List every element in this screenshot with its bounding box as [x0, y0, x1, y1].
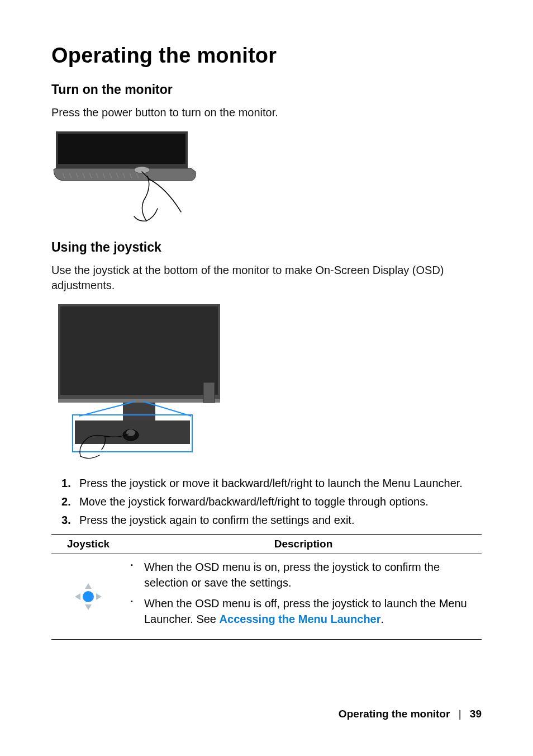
- section-turn-on-title: Turn on the monitor: [51, 82, 482, 97]
- list-item: When the OSD menu is on, press the joyst…: [142, 560, 478, 590]
- svg-marker-28: [85, 583, 92, 589]
- list-item: Move the joystick forward/backward/left/…: [61, 494, 482, 510]
- joystick-center-press-icon: [73, 604, 104, 614]
- svg-rect-21: [203, 382, 215, 403]
- footer-title: Operating the monitor: [339, 708, 450, 720]
- svg-rect-17: [60, 306, 218, 395]
- svg-marker-29: [85, 604, 92, 610]
- page-footer: Operating the monitor | 39: [339, 708, 482, 720]
- svg-point-15: [134, 167, 150, 173]
- list-item: Press the joystick again to confirm the …: [61, 512, 482, 528]
- figure-joystick-location: [51, 301, 482, 463]
- list-item: Press the joystick or move it backward/l…: [61, 475, 482, 492]
- list-item: When the OSD menu is off, press the joys…: [142, 596, 478, 627]
- table-header-joystick: Joystick: [51, 535, 125, 554]
- svg-point-27: [126, 429, 135, 436]
- svg-marker-31: [96, 593, 102, 600]
- svg-rect-18: [58, 399, 220, 403]
- section-joystick-title: Using the joystick: [51, 240, 482, 255]
- bullet2-post: .: [381, 613, 384, 625]
- svg-rect-1: [58, 134, 185, 164]
- svg-point-32: [83, 591, 94, 602]
- svg-marker-30: [75, 593, 80, 600]
- joystick-steps-list: Press the joystick or move it backward/l…: [61, 475, 482, 528]
- table-row: When the OSD menu is on, press the joyst…: [51, 554, 482, 640]
- footer-page-number: 39: [470, 708, 482, 720]
- table-header-description: Description: [125, 535, 482, 554]
- section-joystick-body: Use the joystick at the bottom of the mo…: [51, 263, 482, 293]
- figure-power-button: [51, 128, 482, 228]
- section-turn-on-body: Press the power button to turn on the mo…: [51, 105, 482, 120]
- joystick-description-table: Joystick Description: [51, 534, 482, 640]
- page-title: Operating the monitor: [51, 44, 482, 68]
- link-accessing-menu-launcher[interactable]: Accessing the Menu Launcher: [220, 613, 381, 625]
- footer-separator: |: [459, 708, 461, 720]
